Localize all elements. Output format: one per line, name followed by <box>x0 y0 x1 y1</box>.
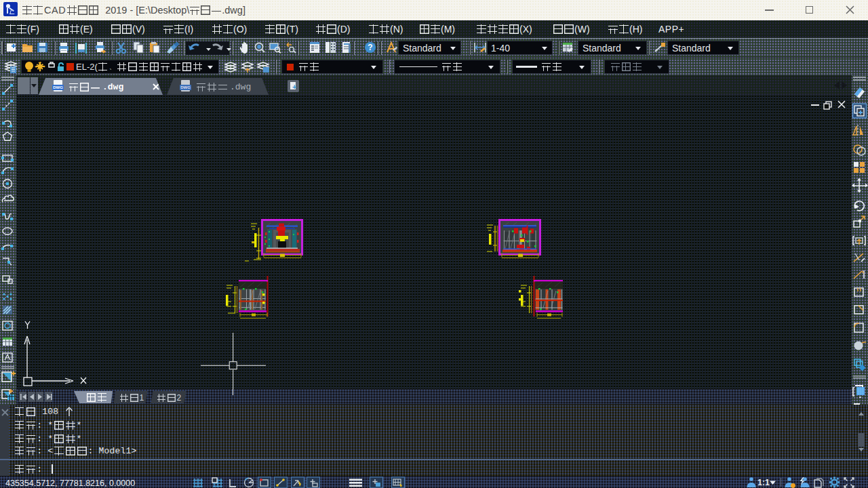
svg-text:1:1: 1:1 <box>757 478 770 487</box>
svg-text:?: ? <box>368 43 372 52</box>
